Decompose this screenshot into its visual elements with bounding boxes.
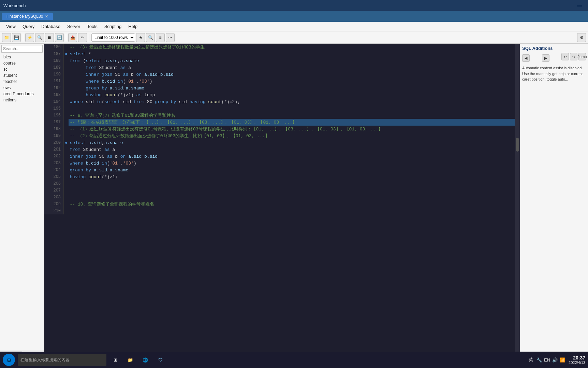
line-code[interactable]: having count(*)>1) as temp [69,91,515,98]
save-button[interactable]: 💾 [12,33,21,42]
vertical-scrollbar[interactable] [515,44,520,358]
task-view-button[interactable]: ⊞ [109,354,121,366]
table-row[interactable]: 203where b.cid in('01','03') [44,160,515,167]
line-code[interactable]: select * [69,51,515,57]
open-button[interactable]: 📁 [2,33,11,42]
table-row[interactable]: 190 inner join SC as b on a.sid=b.sid [44,71,515,78]
menu-view[interactable]: View [3,23,19,30]
table-row[interactable]: 191 where b.cid in('01','03') [44,78,515,85]
refresh-button[interactable]: 🔄 [55,33,64,42]
sidebar-item-stored-procedures[interactable]: ored Procedures [0,91,44,97]
line-code[interactable] [69,194,515,201]
sidebar-item-functions[interactable]: nctions [0,97,44,103]
line-code[interactable]: select a.sid,a.sname [69,139,515,146]
table-row[interactable]: 197-- 思路：在成绩表里面，分布如下：【...】、【01, ...】、【03… [44,119,515,126]
stop-button[interactable]: ⏹ [45,33,54,42]
line-code[interactable]: inner join SC as b on a.sid=b.sid [69,153,515,160]
line-code[interactable]: where b.cid in('01','03') [69,160,515,167]
instance-tab[interactable]: l instance MySQL80 ✕ [2,13,53,20]
sidebar-item-ews[interactable]: ews [0,85,44,91]
table-row[interactable]: 200●select a.sid,a.sname [44,139,515,146]
code-scroll-area[interactable]: 186-- （3）最后通过选修课程数量为2去筛选出只选修了01和03的学生187… [44,44,515,354]
table-row[interactable]: 192 group by a.sid,a.sname [44,85,515,91]
line-code[interactable]: -- （3）最后通过选修课程数量为2去筛选出只选修了01和03的学生 [69,44,515,51]
rt-btn-2[interactable]: ↪ [570,53,577,60]
sidebar-item-sc[interactable]: sc [0,66,44,72]
table-row[interactable]: 187●select * [44,51,515,57]
search-bar[interactable]: 在这里输入你要搜索的内容 [18,354,106,366]
limit-rows-select[interactable]: Limit to 1000 rows [91,33,135,42]
menu-bar: View Query Database Server Tools Scripti… [0,22,588,31]
table-row[interactable]: 209-- 10、查询选修了全部课程的学号和姓名 [44,201,515,208]
table-row[interactable]: 199-- （2）然后通过分组计数筛选出至少选修了01和03的学生，比如【01,… [44,132,515,139]
table-row[interactable]: 204group by a.sid,a.sname [44,167,515,173]
table-row[interactable]: 208 [44,194,515,201]
settings-button[interactable]: ⚙ [577,33,586,42]
sidebar-item-student[interactable]: student [0,72,44,79]
nav-next-button[interactable]: ▶ [542,54,549,62]
table-row[interactable]: 189 from Student as a [44,64,515,71]
line-code[interactable]: -- 10、查询选修了全部课程的学号和姓名 [69,201,515,208]
line-code[interactable]: having count(*)>1; [69,173,515,180]
line-code[interactable] [69,105,515,112]
menu-database[interactable]: Database [38,23,64,30]
line-code[interactable] [69,180,515,187]
table-row[interactable]: 186-- （3）最后通过选修课程数量为2去筛选出只选修了01和03的学生 [44,44,515,51]
sidebar-item-teacher[interactable]: teacher [0,79,44,85]
line-dot [64,194,69,201]
table-row[interactable]: 206 [44,180,515,187]
table-row[interactable]: 202inner join SC as b on a.sid=b.sid [44,153,515,160]
rt-btn-1[interactable]: ↩ [561,53,569,60]
app-icon[interactable]: 🛡 [154,354,166,366]
minimize-button[interactable]: — [574,3,585,8]
instance-close-icon[interactable]: ✕ [45,14,48,19]
table-row[interactable]: 210 [44,208,515,214]
table-row[interactable]: 188from (select a.sid,a.sname [44,57,515,64]
line-code[interactable]: group by a.sid,a.sname [69,85,515,91]
table-row[interactable]: 207 [44,187,515,194]
menu-query[interactable]: Query [19,23,38,30]
menu-help[interactable]: Help [125,23,141,30]
taskbar-lang[interactable]: 英 [529,357,533,363]
line-code[interactable]: from Student as a [69,64,515,71]
nav-prev-button[interactable]: ◀ [522,54,530,62]
table-row[interactable]: 196-- 9、查询（至少）选修了01和03课程的学号和姓名 [44,112,515,119]
line-code[interactable]: where sid in(select sid from SC group by… [69,98,515,105]
line-code[interactable]: inner join SC as b on a.sid=b.sid [69,71,515,78]
line-code[interactable]: -- （1）通过in运算符筛选出没有选修01号课程、也没有选修03号课程的学生，… [69,126,515,132]
table-row[interactable]: 194where sid in(select sid from SC group… [44,98,515,105]
toggle-button[interactable]: ≡ [156,33,165,42]
line-code[interactable] [69,187,515,194]
file-explorer-icon[interactable]: 📁 [124,354,136,366]
menu-server[interactable]: Server [64,23,84,30]
execute-button[interactable]: ⚡ [25,33,34,42]
line-code[interactable]: from (select a.sid,a.sname [69,57,515,64]
table-row[interactable]: 193 having count(*)>1) as temp [44,91,515,98]
line-code[interactable] [69,208,515,214]
line-code[interactable]: where b.cid in('01','03') [69,78,515,85]
line-code[interactable]: -- （2）然后通过分组计数筛选出至少选修了01和03的学生，比如【01, 03… [69,132,515,139]
export-button[interactable]: 📤 [68,33,77,42]
line-code[interactable]: group by a.sid,a.sname [69,167,515,173]
search-button[interactable]: 🔍 [146,33,155,42]
more-button[interactable]: ⋯ [166,33,175,42]
start-button[interactable]: ⊞ [3,354,15,366]
menu-tools[interactable]: Tools [84,23,101,30]
table-row[interactable]: 195 [44,105,515,112]
format-button[interactable]: ✏ [78,33,87,42]
bookmark-button[interactable]: ★ [136,33,145,42]
explain-button[interactable]: 🔍 [35,33,44,42]
vscroll-thumb[interactable] [516,138,519,152]
sidebar-item-course[interactable]: course [0,60,44,66]
menu-scripting[interactable]: Scripting [101,23,125,30]
table-row[interactable]: 205having count(*)>1; [44,173,515,180]
browser-icon[interactable]: 🌐 [139,354,151,366]
line-code[interactable]: -- 思路：在成绩表里面，分布如下：【...】、【01, ...】、【03, .… [69,119,515,126]
sidebar-item-bles[interactable]: bles [0,54,44,60]
table-row[interactable]: 198-- （1）通过in运算符筛选出没有选修01号课程、也没有选修03号课程的… [44,126,515,132]
table-row[interactable]: 201from Student as a [44,146,515,153]
line-code[interactable]: -- 9、查询（至少）选修了01和03课程的学号和姓名 [69,112,515,119]
rt-btn-jump[interactable]: Jump [578,53,586,60]
line-code[interactable]: from Student as a [69,146,515,153]
sidebar-search-input[interactable] [1,45,43,53]
